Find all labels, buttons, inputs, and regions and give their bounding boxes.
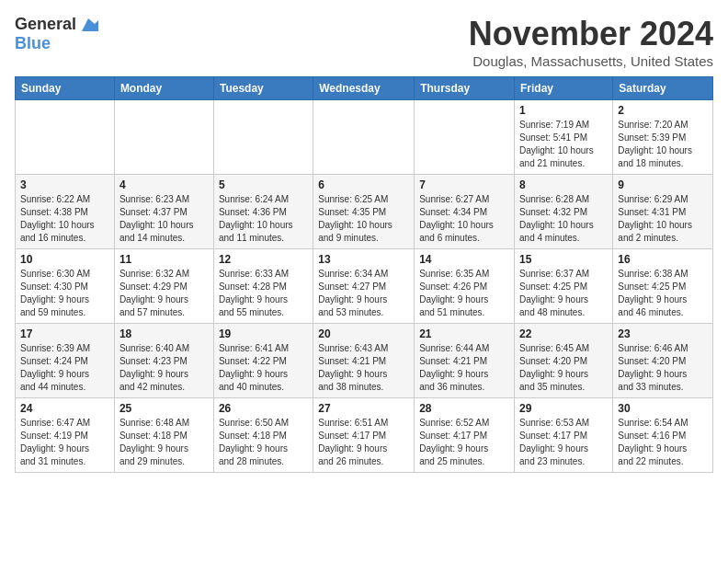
day-number: 25 <box>119 402 209 415</box>
logo-icon <box>78 15 98 35</box>
calendar-day-cell: 26Sunrise: 6:50 AM Sunset: 4:18 PM Dayli… <box>213 398 313 473</box>
calendar-day-cell: 15Sunrise: 6:37 AM Sunset: 4:25 PM Dayli… <box>515 249 613 324</box>
day-number: 27 <box>318 402 409 415</box>
calendar-day-cell: 2Sunrise: 7:20 AM Sunset: 5:39 PM Daylig… <box>613 100 713 175</box>
day-number: 16 <box>618 253 708 266</box>
calendar-day-cell: 21Sunrise: 6:44 AM Sunset: 4:21 PM Dayli… <box>415 324 515 398</box>
day-number: 29 <box>519 402 608 415</box>
calendar-day-cell: 19Sunrise: 6:41 AM Sunset: 4:22 PM Dayli… <box>213 324 313 398</box>
calendar-day-cell: 8Sunrise: 6:28 AM Sunset: 4:32 PM Daylig… <box>515 175 613 249</box>
weekday-header-friday: Friday <box>515 77 613 100</box>
calendar-day-cell: 27Sunrise: 6:51 AM Sunset: 4:17 PM Dayli… <box>313 398 415 473</box>
calendar-day-cell: 29Sunrise: 6:53 AM Sunset: 4:17 PM Dayli… <box>515 398 613 473</box>
day-info: Sunrise: 6:40 AM Sunset: 4:23 PM Dayligh… <box>119 342 209 394</box>
day-number: 17 <box>20 327 109 340</box>
day-info: Sunrise: 6:43 AM Sunset: 4:21 PM Dayligh… <box>318 342 409 394</box>
day-info: Sunrise: 6:39 AM Sunset: 4:24 PM Dayligh… <box>20 342 109 394</box>
day-info: Sunrise: 6:32 AM Sunset: 4:29 PM Dayligh… <box>119 268 209 319</box>
day-number: 13 <box>318 253 409 266</box>
day-number: 18 <box>119 327 209 340</box>
day-number: 19 <box>219 327 308 340</box>
calendar-day-cell: 30Sunrise: 6:54 AM Sunset: 4:16 PM Dayli… <box>613 398 713 473</box>
calendar-day-cell: 25Sunrise: 6:48 AM Sunset: 4:18 PM Dayli… <box>114 398 213 473</box>
title-area: November 2024 Douglas, Massachusetts, Un… <box>469 15 713 69</box>
calendar-week-row: 3Sunrise: 6:22 AM Sunset: 4:38 PM Daylig… <box>16 175 713 249</box>
day-info: Sunrise: 6:23 AM Sunset: 4:37 PM Dayligh… <box>119 193 209 245</box>
calendar-day-cell: 16Sunrise: 6:38 AM Sunset: 4:25 PM Dayli… <box>613 249 713 324</box>
day-number: 5 <box>219 178 308 191</box>
weekday-header-wednesday: Wednesday <box>313 77 415 100</box>
weekday-header-tuesday: Tuesday <box>213 77 313 100</box>
calendar-day-cell: 17Sunrise: 6:39 AM Sunset: 4:24 PM Dayli… <box>16 324 115 398</box>
day-info: Sunrise: 6:52 AM Sunset: 4:17 PM Dayligh… <box>419 417 509 468</box>
day-info: Sunrise: 6:54 AM Sunset: 4:16 PM Dayligh… <box>618 417 708 468</box>
calendar-day-cell: 9Sunrise: 6:29 AM Sunset: 4:31 PM Daylig… <box>613 175 713 249</box>
day-number: 7 <box>419 178 509 191</box>
day-number: 22 <box>519 327 608 340</box>
day-info: Sunrise: 6:29 AM Sunset: 4:31 PM Dayligh… <box>618 193 708 245</box>
calendar-day-cell: 3Sunrise: 6:22 AM Sunset: 4:38 PM Daylig… <box>16 175 115 249</box>
svg-marker-0 <box>82 18 98 31</box>
day-number: 28 <box>419 402 509 415</box>
day-number: 15 <box>519 253 608 266</box>
day-number: 10 <box>20 253 109 266</box>
day-info: Sunrise: 6:45 AM Sunset: 4:20 PM Dayligh… <box>519 342 608 394</box>
day-info: Sunrise: 6:47 AM Sunset: 4:19 PM Dayligh… <box>20 417 109 468</box>
day-number: 9 <box>618 178 708 191</box>
day-info: Sunrise: 6:28 AM Sunset: 4:32 PM Dayligh… <box>519 193 608 245</box>
calendar-day-cell: 20Sunrise: 6:43 AM Sunset: 4:21 PM Dayli… <box>313 324 415 398</box>
day-number: 26 <box>219 402 308 415</box>
logo-text-line1: General <box>15 16 76 34</box>
day-number: 6 <box>318 178 409 191</box>
calendar-day-cell: 6Sunrise: 6:25 AM Sunset: 4:35 PM Daylig… <box>313 175 415 249</box>
weekday-header-saturday: Saturday <box>613 77 713 100</box>
day-info: Sunrise: 6:25 AM Sunset: 4:35 PM Dayligh… <box>318 193 409 245</box>
calendar-day-cell: 18Sunrise: 6:40 AM Sunset: 4:23 PM Dayli… <box>114 324 213 398</box>
calendar-week-row: 24Sunrise: 6:47 AM Sunset: 4:19 PM Dayli… <box>16 398 713 473</box>
day-number: 1 <box>519 104 608 117</box>
day-info: Sunrise: 6:37 AM Sunset: 4:25 PM Dayligh… <box>519 268 608 319</box>
calendar-week-row: 1Sunrise: 7:19 AM Sunset: 5:41 PM Daylig… <box>16 100 713 175</box>
day-info: Sunrise: 6:48 AM Sunset: 4:18 PM Dayligh… <box>119 417 209 468</box>
month-title: November 2024 <box>469 15 713 53</box>
calendar-day-cell: 13Sunrise: 6:34 AM Sunset: 4:27 PM Dayli… <box>313 249 415 324</box>
calendar-day-cell <box>213 100 313 175</box>
calendar-week-row: 10Sunrise: 6:30 AM Sunset: 4:30 PM Dayli… <box>16 249 713 324</box>
calendar-week-row: 17Sunrise: 6:39 AM Sunset: 4:24 PM Dayli… <box>16 324 713 398</box>
weekday-header-monday: Monday <box>114 77 213 100</box>
day-number: 14 <box>419 253 509 266</box>
calendar-day-cell: 12Sunrise: 6:33 AM Sunset: 4:28 PM Dayli… <box>213 249 313 324</box>
day-info: Sunrise: 6:35 AM Sunset: 4:26 PM Dayligh… <box>419 268 509 319</box>
day-number: 4 <box>119 178 209 191</box>
calendar-day-cell <box>415 100 515 175</box>
day-number: 24 <box>20 402 109 415</box>
logo: General Blue <box>15 15 98 53</box>
calendar-day-cell: 1Sunrise: 7:19 AM Sunset: 5:41 PM Daylig… <box>515 100 613 175</box>
day-info: Sunrise: 7:20 AM Sunset: 5:39 PM Dayligh… <box>618 119 708 170</box>
day-number: 8 <box>519 178 608 191</box>
day-info: Sunrise: 6:24 AM Sunset: 4:36 PM Dayligh… <box>219 193 308 245</box>
day-info: Sunrise: 6:22 AM Sunset: 4:38 PM Dayligh… <box>20 193 109 245</box>
calendar-table: SundayMondayTuesdayWednesdayThursdayFrid… <box>15 76 713 473</box>
day-number: 23 <box>618 327 708 340</box>
location-title: Douglas, Massachusetts, United States <box>469 53 713 69</box>
day-number: 12 <box>219 253 308 266</box>
day-number: 30 <box>618 402 708 415</box>
calendar-day-cell: 24Sunrise: 6:47 AM Sunset: 4:19 PM Dayli… <box>16 398 115 473</box>
calendar-day-cell <box>313 100 415 175</box>
day-number: 11 <box>119 253 209 266</box>
calendar-day-cell: 11Sunrise: 6:32 AM Sunset: 4:29 PM Dayli… <box>114 249 213 324</box>
day-number: 2 <box>618 104 708 117</box>
day-info: Sunrise: 6:33 AM Sunset: 4:28 PM Dayligh… <box>219 268 308 319</box>
calendar-day-cell: 23Sunrise: 6:46 AM Sunset: 4:20 PM Dayli… <box>613 324 713 398</box>
page-header: General Blue November 2024 Douglas, Mass… <box>15 15 713 69</box>
calendar-day-cell <box>114 100 213 175</box>
day-info: Sunrise: 6:38 AM Sunset: 4:25 PM Dayligh… <box>618 268 708 319</box>
calendar-day-cell: 5Sunrise: 6:24 AM Sunset: 4:36 PM Daylig… <box>213 175 313 249</box>
calendar-day-cell: 28Sunrise: 6:52 AM Sunset: 4:17 PM Dayli… <box>415 398 515 473</box>
weekday-header-thursday: Thursday <box>415 77 515 100</box>
day-info: Sunrise: 6:41 AM Sunset: 4:22 PM Dayligh… <box>219 342 308 394</box>
logo-text-line2: Blue <box>15 34 51 52</box>
day-info: Sunrise: 6:53 AM Sunset: 4:17 PM Dayligh… <box>519 417 608 468</box>
day-info: Sunrise: 6:44 AM Sunset: 4:21 PM Dayligh… <box>419 342 509 394</box>
